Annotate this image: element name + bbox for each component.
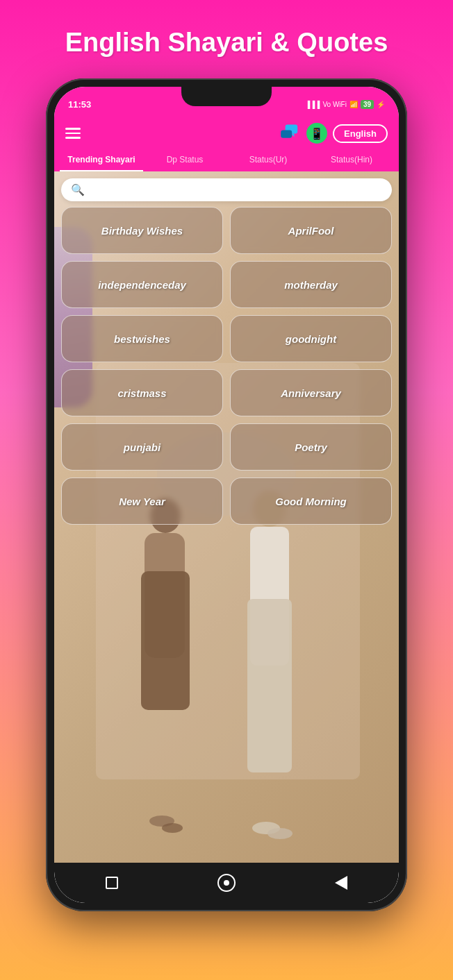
- tab-status-ur[interactable]: Status(Ur): [226, 149, 310, 171]
- svg-marker-3: [282, 138, 284, 140]
- list-item[interactable]: Birthday Wishes: [61, 207, 223, 254]
- grid-item-label: AprilFool: [281, 219, 341, 242]
- circle-inner: [224, 880, 229, 886]
- nav-home-button[interactable]: [217, 873, 236, 893]
- grid-item-label: New Year: [112, 490, 172, 513]
- grid-item-label: Poetry: [288, 436, 334, 459]
- grid-item-label: Birthday Wishes: [94, 219, 190, 242]
- list-item[interactable]: Poetry: [230, 423, 392, 471]
- list-item[interactable]: Good Morning: [230, 478, 392, 525]
- square-icon: [106, 877, 118, 889]
- svg-rect-11: [247, 599, 292, 772]
- list-item[interactable]: motherday: [230, 261, 392, 308]
- grid-item-label: bestwishes: [107, 328, 177, 350]
- app-header: 📱 English: [54, 117, 399, 149]
- status-icons: ▐▐▐ Vo WiFi 📶 39 ⚡: [305, 100, 385, 109]
- header-icons: 📱 English: [279, 123, 388, 144]
- list-item[interactable]: New Year: [61, 478, 223, 525]
- content-area: 🔍 Birthday Wishes AprilFool independence…: [54, 171, 399, 863]
- nav-square-button[interactable]: [102, 873, 122, 893]
- grid-item-label: motherday: [277, 273, 345, 296]
- grid-item-label: cristmass: [110, 382, 173, 405]
- language-button[interactable]: English: [333, 124, 388, 143]
- phone-frame: 11:53 ▐▐▐ Vo WiFi 📶 39 ⚡: [46, 78, 407, 911]
- grid-item-label: goodnight: [279, 328, 343, 350]
- notch: [181, 87, 272, 106]
- svg-point-15: [267, 828, 293, 839]
- category-grid: Birthday Wishes AprilFool independenceda…: [54, 207, 399, 532]
- grid-item-label: Anniversary: [274, 382, 348, 405]
- list-item[interactable]: bestwishes: [61, 315, 223, 362]
- search-bar: 🔍: [61, 178, 392, 201]
- hamburger-menu[interactable]: [65, 128, 81, 139]
- list-item[interactable]: AprilFool: [230, 207, 392, 254]
- hamburger-line-1: [65, 128, 81, 130]
- whatsapp-glyph: 📱: [310, 127, 324, 140]
- signal-icon: ▐▐▐: [305, 101, 320, 108]
- svg-rect-2: [281, 130, 292, 138]
- tab-bar: Trending Shayari Dp Status Status(Ur) St…: [54, 149, 399, 171]
- bottom-navigation: [54, 863, 399, 903]
- tab-dp-status[interactable]: Dp Status: [143, 149, 226, 171]
- hamburger-line-3: [65, 137, 81, 139]
- list-item[interactable]: punjabi: [61, 423, 223, 471]
- svg-point-13: [162, 823, 183, 833]
- list-item[interactable]: goodnight: [230, 315, 392, 362]
- svg-rect-8: [141, 571, 190, 710]
- list-item[interactable]: independenceday: [61, 261, 223, 308]
- tab-status-hin[interactable]: Status(Hin): [310, 149, 393, 171]
- list-item[interactable]: cristmass: [61, 369, 223, 416]
- vo-wifi-label: Vo WiFi: [322, 101, 346, 108]
- battery-icon: 39: [361, 100, 374, 109]
- search-input[interactable]: [90, 185, 382, 196]
- hamburger-line-2: [65, 133, 81, 135]
- phone-screen: 11:53 ▐▐▐ Vo WiFi 📶 39 ⚡: [54, 87, 399, 903]
- grid-item-label: independenceday: [91, 273, 193, 296]
- list-item[interactable]: Anniversary: [230, 369, 392, 416]
- wifi-icon: 📶: [349, 101, 358, 108]
- status-time: 11:53: [68, 99, 91, 110]
- page-title: English Shayari & Quotes: [51, 28, 402, 58]
- circle-icon: [217, 874, 236, 892]
- chat-icon[interactable]: [279, 124, 301, 143]
- grid-item-label: Good Morning: [268, 490, 353, 513]
- grid-item-label: punjabi: [117, 436, 167, 459]
- tab-trending-shayari[interactable]: Trending Shayari: [60, 149, 143, 171]
- whatsapp-icon[interactable]: 📱: [306, 123, 327, 144]
- nav-back-button[interactable]: [331, 873, 351, 893]
- triangle-icon: [335, 876, 347, 890]
- search-icon: 🔍: [71, 183, 85, 196]
- charging-icon: ⚡: [377, 101, 385, 108]
